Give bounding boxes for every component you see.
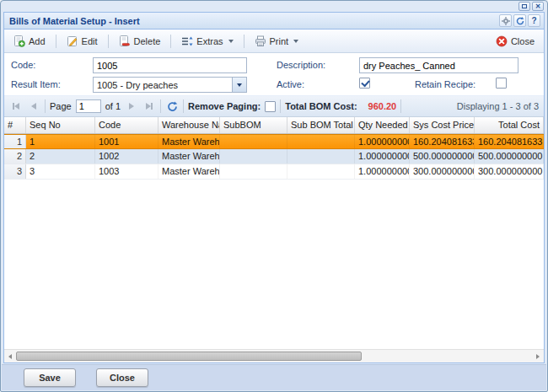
total-bom-cost-label: Total BOM Cost: (285, 101, 357, 111)
next-page-button[interactable] (125, 99, 138, 113)
delete-document-icon (119, 35, 131, 47)
print-button-label: Print (270, 36, 289, 46)
paging-separator (45, 99, 46, 113)
refresh-icon (516, 17, 524, 25)
extras-dropdown-arrow-icon (228, 40, 234, 43)
footer-bar: Save Close (2, 364, 546, 390)
print-button[interactable]: Print (250, 33, 304, 50)
toolbar: Add Edit Delete Extras Print (4, 30, 544, 53)
print-dropdown-arrow-icon (293, 40, 298, 43)
cell-subbom (220, 135, 287, 148)
extras-list-icon (181, 35, 193, 47)
horizontal-scrollbar[interactable] (4, 349, 544, 362)
description-input[interactable] (359, 57, 518, 73)
cell-seq-no: 1 (26, 135, 95, 148)
panel-header: Bills of Material Setup - Insert ? (4, 13, 544, 30)
active-label: Active: (277, 79, 304, 89)
paging-separator (160, 99, 161, 113)
paging-toolbar: Page of 1 Remove Paging: Total BOM Cost:… (4, 95, 544, 117)
table-row[interactable]: 2 2 1002 Master Wareho... 1.000000000 50… (4, 149, 544, 164)
grid-empty-area (4, 180, 544, 349)
table-row[interactable]: 3 3 1003 Master Wareho... 1.000000000 30… (4, 164, 544, 180)
paging-separator (280, 99, 281, 113)
cell-sys-cost-price: 500.000000000 (410, 149, 475, 164)
column-header-warehouse-name[interactable]: Warehouse Name (158, 117, 220, 133)
edit-pencil-icon (67, 35, 78, 47)
scroll-left-icon (8, 354, 12, 359)
toolbar-separator (244, 35, 244, 48)
close-x-icon: ✕ (535, 3, 541, 10)
column-header-total-cost[interactable]: Total Cost (475, 117, 544, 133)
next-page-icon (129, 103, 134, 110)
scrollbar-thumb[interactable] (16, 352, 362, 361)
page-of-label: of 1 (105, 101, 121, 111)
scroll-left-button[interactable] (4, 350, 16, 362)
window-close-button[interactable]: ✕ (532, 2, 544, 11)
page-number-input[interactable] (76, 99, 101, 113)
retain-recipe-checkbox[interactable] (496, 78, 507, 89)
scroll-right-button[interactable] (532, 350, 544, 362)
cell-rownum: 3 (4, 164, 26, 179)
page-title: Bills of Material Setup - Insert (9, 16, 499, 26)
cell-sys-cost-price: 300.000000000 (410, 164, 475, 179)
paging-separator (400, 99, 401, 113)
code-label: Code: (11, 60, 35, 70)
form-area: Code: Description: Result Item: 1005 - D… (4, 53, 544, 95)
column-header-subbom[interactable]: SubBOM (220, 117, 287, 133)
delete-button-label: Delete (134, 36, 161, 46)
cell-warehouse: Master Wareho... (158, 164, 220, 179)
result-item-dropdown-button[interactable] (232, 78, 246, 92)
cell-subbom (220, 149, 287, 164)
delete-button[interactable]: Delete (115, 33, 165, 50)
prev-page-button[interactable] (27, 99, 40, 113)
retain-recipe-label: Retain Recipe: (415, 79, 475, 89)
maximize-button[interactable] (518, 2, 530, 11)
result-item-label: Result Item: (11, 79, 61, 89)
result-item-combo[interactable]: 1005 - Dry peaches (93, 77, 247, 93)
cell-warehouse: Master Wareho... (158, 149, 220, 164)
remove-paging-label: Remove Paging: (188, 101, 261, 111)
cell-qty-needed: 1.000000000 (355, 135, 410, 148)
edit-button[interactable]: Edit (62, 33, 102, 50)
paging-separator (183, 99, 184, 113)
settings-button[interactable] (499, 14, 512, 27)
last-page-button[interactable] (142, 99, 156, 113)
cell-subbom-total (287, 135, 355, 148)
toolbar-separator (56, 35, 56, 48)
toolbar-close-button[interactable]: Close (492, 33, 539, 50)
column-header-rownum[interactable]: # (4, 117, 26, 133)
column-header-code[interactable]: Code (95, 117, 158, 133)
close-circle-icon (496, 35, 508, 47)
bills-of-material-window: ✕ Bills of Material Setup - Insert ? Add (0, 0, 548, 392)
cell-subbom-total (287, 164, 355, 179)
extras-button-label: Extras (196, 36, 223, 46)
active-checkbox[interactable] (359, 78, 370, 89)
add-button-label: Add (29, 36, 46, 46)
cell-total-cost: 500.000000000 (475, 149, 544, 164)
footer-close-button[interactable]: Close (96, 368, 148, 387)
refresh-grid-button[interactable] (165, 99, 179, 113)
grid-header: # Seq No Code Warehouse Name SubBOM Sub … (4, 117, 544, 134)
cell-qty-needed: 1.000000000 (355, 149, 410, 164)
refresh-panel-button[interactable] (513, 14, 526, 27)
column-header-qty-needed[interactable]: Qty Needed (355, 117, 410, 133)
code-input[interactable] (93, 57, 247, 73)
remove-paging-checkbox[interactable] (265, 101, 276, 112)
chevron-down-icon (237, 83, 242, 87)
extras-button[interactable]: Extras (177, 33, 237, 50)
column-header-seq-no[interactable]: Seq No (26, 117, 95, 133)
column-header-sys-cost-price[interactable]: Sys Cost Price (410, 117, 475, 133)
cell-rownum: 2 (4, 149, 26, 164)
gear-icon (502, 17, 510, 25)
cell-total-cost: 160.204081633 (475, 135, 544, 148)
help-button[interactable]: ? (528, 14, 540, 27)
first-page-button[interactable] (9, 99, 23, 113)
add-button[interactable]: Add (9, 33, 50, 50)
save-button[interactable]: Save (24, 368, 76, 387)
table-row[interactable]: 1 1 1001 Master Wareho... 1.000000000 16… (4, 134, 544, 149)
help-icon: ? (531, 16, 536, 25)
total-bom-cost-value: 960.20 (368, 101, 397, 111)
edit-button-label: Edit (82, 36, 98, 46)
column-header-sub-bom-total[interactable]: Sub BOM Total (287, 117, 355, 133)
result-item-value: 1005 - Dry peaches (94, 80, 232, 90)
